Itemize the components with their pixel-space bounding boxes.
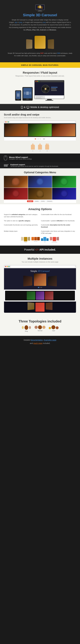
topology-size: Size	[49, 325, 59, 332]
cat-item-3	[52, 176, 76, 188]
cat-nav-desserts[interactable]: Desserts	[46, 200, 53, 202]
tc-item-3	[46, 302, 53, 310]
topology-ring: Ring	[21, 325, 31, 332]
option-8: Customizable color theme and easy integr…	[41, 230, 76, 234]
svg-rect-6	[38, 11, 42, 12]
options-thumbnails: Ring Normal Size	[4, 237, 76, 243]
sc-item-forest	[27, 291, 35, 300]
sc-item-anime	[45, 291, 53, 300]
instances-description: You can include multiple instances on th…	[4, 261, 76, 263]
sc-item-portrait	[36, 291, 44, 300]
responsive-title: Responsive / Fluid layout	[4, 71, 76, 74]
first-carousel-instance: Simple 3D Carousel	[4, 268, 76, 290]
option-4: Customizable / updated reflection for th…	[41, 220, 76, 222]
section-responsive: Responsive / Fluid layout Responsive / F…	[0, 68, 80, 104]
section-docs: Detailed documentation, Examples pageand…	[0, 336, 80, 348]
hero-description: Simple 3D Carousel is a image carousel s…	[9, 19, 71, 31]
third-carousel-instance	[5, 302, 75, 312]
swipe-hands-section: ← → ↔	[0, 143, 80, 154]
browser-address-bar[interactable]	[11, 266, 75, 268]
hero-monitor-icon	[5, 4, 75, 12]
topology-ring-label: Ring	[21, 330, 31, 332]
svg-rect-10	[27, 108, 28, 108]
section-keyboard: Keyboard support. The left and right arr…	[0, 162, 80, 168]
scroll-description: Scroll and/or drag and swipe functions f…	[4, 117, 76, 118]
browser-bar	[4, 265, 76, 268]
carousel-logo: Simple 3D Carousel	[5, 270, 75, 272]
hand-swipe-left: ←	[31, 145, 35, 152]
desktop-icon	[26, 106, 29, 108]
second-carousel-area	[4, 290, 76, 302]
topologies-container: Ring Normal Size	[4, 325, 76, 332]
keyboard-title: Keyboard support.	[10, 164, 58, 166]
topology-size-label: Size	[49, 330, 59, 332]
thumb-group-2: Normal	[31, 237, 40, 243]
instances-browser: Simple 3D Carousel	[4, 265, 76, 313]
responsive-subtitle: Responsive / Fluid layout that works on …	[4, 75, 76, 77]
categories-title: Optional Categories Menu	[4, 171, 76, 174]
vinyl-record	[41, 85, 50, 93]
carousel-dots-1	[5, 287, 75, 288]
section-instances: Multiple instances You can include multi…	[0, 254, 80, 316]
option-5: Customizable thumbnails size and topolog…	[4, 224, 39, 228]
categories-nav: Burgers Salads Drinks Desserts	[4, 200, 76, 203]
device-phone	[15, 90, 21, 101]
hero-title: Simple 3D Carousel	[5, 13, 75, 17]
device-tablet	[22, 87, 33, 101]
second-carousel-instance	[5, 291, 75, 300]
docs-link-more[interactable]: much more	[33, 342, 42, 344]
keyboard-text-container: Keyboard support. The left and right arr…	[10, 164, 58, 167]
thumb-group-3: Size	[41, 237, 49, 243]
option-6: Customizable description text for the ce…	[41, 224, 76, 228]
thumb-group-1: Ring	[21, 237, 30, 243]
svg-rect-2	[38, 6, 39, 8]
cat-nav-drinks[interactable]: Drinks	[40, 200, 46, 202]
option-1: Support for unlimited categories and eac…	[4, 214, 39, 218]
hand-swipe-right: →	[38, 145, 42, 152]
browser-expand-dot	[8, 266, 9, 267]
carousel-item-r1	[48, 276, 57, 286]
third-carousel-area	[4, 302, 76, 313]
burger-image-1	[5, 124, 28, 136]
scroll-title: Scroll and/or drag and swipe	[4, 113, 76, 116]
carousel-item-center	[35, 36, 46, 49]
topologies-title: Three Topologies included	[4, 319, 76, 323]
carousel-item-l1	[23, 276, 32, 286]
carousel-item-right	[48, 39, 54, 49]
section-mobile-desktop: & Mobile & desktop optimized	[0, 104, 80, 110]
topology-normal-label: Normal	[35, 330, 45, 332]
instances-title: Multiple instances	[4, 257, 76, 260]
device-laptop	[34, 80, 65, 101]
hero-carousel-demo	[5, 34, 75, 50]
docs-link-documentation[interactable]: documentation	[31, 339, 43, 341]
section-scroll: Scroll and/or drag and swipe Scroll and/…	[0, 110, 80, 143]
docs-link-examples[interactable]: Examples page	[44, 339, 56, 341]
section-options: Amazing Options Support for unlimited ca…	[0, 204, 80, 246]
options-title: Amazing Options	[4, 208, 76, 211]
svg-rect-5	[38, 10, 42, 11]
svg-rect-11	[27, 108, 29, 108]
tc-item-1	[27, 302, 34, 310]
svg-rect-9	[27, 106, 29, 108]
browser-close-dot	[5, 266, 6, 267]
categories-grid	[4, 176, 76, 200]
carousel-item-left	[26, 39, 32, 49]
first-carousel-items	[5, 274, 75, 286]
mouse-wheel-icon	[4, 156, 7, 160]
cat-nav-burgers[interactable]: Burgers	[27, 200, 33, 202]
cat-item-4	[4, 188, 28, 200]
mouse-subtitle: (navigation with mouse wheel scrolling)	[9, 158, 32, 160]
cat-nav-salads[interactable]: Salads	[34, 200, 40, 202]
cat-item-6	[52, 188, 76, 200]
hero-section: Simple 3D Carousel Simple 3D Carousel is…	[0, 0, 80, 62]
mobile-icon	[21, 106, 23, 108]
devices-mockup	[4, 79, 76, 102]
cat-item-5	[28, 188, 52, 200]
mobile-desktop-title: & Mobile & desktop optimized	[4, 106, 76, 108]
keyboard-subtitle: The left and right arrows can be also be…	[10, 166, 58, 167]
option-2: Customizable hover effect for the size t…	[41, 214, 76, 218]
option-3: The option to start at a specific catego…	[4, 220, 39, 222]
svg-rect-4	[41, 6, 43, 9]
section-mouse: Mouse Wheel support (navigation with mou…	[0, 154, 80, 162]
option-7: Multiple display types	[4, 230, 39, 234]
